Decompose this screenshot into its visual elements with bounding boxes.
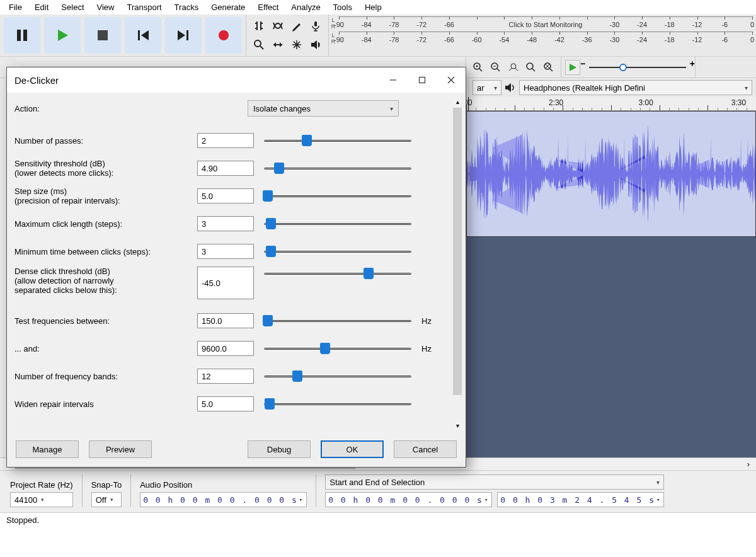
stop-button[interactable]: [84, 17, 121, 54]
play-button[interactable]: [44, 17, 81, 54]
selection-end-field[interactable]: 0 0 h 0 3 m 2 4 . 5 4 5 s ▾: [497, 492, 664, 507]
zoom-out-button[interactable]: [488, 59, 504, 76]
scroll-down-icon[interactable]: ▾: [452, 420, 463, 430]
zoom-buttons: [466, 57, 561, 78]
param-slider[interactable]: [260, 217, 415, 231]
time-ruler[interactable]: 002:303:003:30: [466, 97, 756, 111]
menu-effect[interactable]: Effect: [251, 1, 285, 13]
param-label: Sensitivity threshold (dB) (lower detect…: [14, 159, 191, 178]
param-slider[interactable]: [260, 369, 415, 383]
svg-line-17: [479, 69, 482, 71]
param-slider[interactable]: [260, 397, 415, 411]
param-slider[interactable]: [260, 134, 415, 147]
scroll-right-icon[interactable]: ›: [743, 459, 753, 469]
maximize-button[interactable]: [408, 67, 437, 93]
plus-icon: +: [690, 59, 695, 69]
zoom-in-button[interactable]: [470, 59, 486, 76]
project-rate-label: Project Rate (Hz): [10, 480, 73, 490]
menu-analyze[interactable]: Analyze: [285, 1, 326, 13]
play-at-speed-group: − +: [561, 57, 696, 78]
minus-icon: −: [580, 59, 585, 69]
menu-select[interactable]: Select: [55, 1, 90, 13]
param-input[interactable]: [197, 188, 254, 204]
selection-start-field[interactable]: 0 0 h 0 0 m 0 0 . 0 0 0 s ▾: [325, 492, 492, 507]
record-button[interactable]: [205, 17, 242, 54]
output-device-select[interactable]: Headphones (Realtek High Defini ▾: [519, 80, 752, 95]
menu-view[interactable]: View: [91, 1, 121, 13]
cancel-button[interactable]: Cancel: [394, 440, 457, 458]
param-slider[interactable]: [260, 244, 415, 258]
svg-point-23: [511, 64, 516, 69]
zoom-toggle-button[interactable]: [541, 59, 557, 76]
param-slider[interactable]: [260, 161, 415, 175]
param-slider[interactable]: [260, 267, 415, 280]
dialog-scrollbar[interactable]: ▴ ▾: [452, 96, 463, 430]
fit-selection-button[interactable]: [505, 59, 522, 76]
dialog-titlebar[interactable]: De-Clicker: [7, 67, 466, 93]
minimize-button[interactable]: [379, 67, 408, 93]
param-input[interactable]: [197, 244, 254, 259]
svg-rect-37: [420, 78, 425, 83]
selection-tool[interactable]: [250, 17, 268, 35]
svg-marker-33: [505, 83, 511, 92]
manage-button[interactable]: Manage: [16, 440, 79, 458]
close-button[interactable]: [437, 67, 466, 93]
param-input[interactable]: [197, 369, 254, 384]
waveform[interactable]: [467, 112, 755, 236]
selection-mode-select[interactable]: Start and End of Selection ▾: [325, 474, 664, 490]
param-slider[interactable]: [260, 342, 415, 355]
param-slider[interactable]: [260, 314, 415, 328]
project-rate-select[interactable]: 44100 ▾: [10, 492, 73, 507]
menu-tracks[interactable]: Tracks: [168, 1, 205, 13]
menu-transport[interactable]: Transport: [120, 1, 168, 13]
param-input[interactable]: [197, 161, 254, 176]
debug-button[interactable]: Debug: [248, 440, 311, 458]
draw-tool[interactable]: [288, 17, 306, 35]
param-input[interactable]: [197, 133, 254, 148]
param-label: Test frequencies between:: [14, 316, 191, 326]
param-slider[interactable]: [260, 189, 415, 203]
param-input[interactable]: [197, 341, 254, 356]
action-select[interactable]: Isolate changes ▾: [248, 100, 399, 117]
playback-meter[interactable]: LR -90-84-78-72-66-60-54-48-42-36-30-24-…: [330, 31, 752, 46]
skip-end-button[interactable]: [165, 17, 202, 54]
param-input[interactable]: [197, 267, 254, 299]
menu-generate[interactable]: Generate: [205, 1, 251, 13]
zoom-tool[interactable]: [250, 36, 268, 54]
mic-icon[interactable]: [307, 17, 324, 35]
menu-file[interactable]: File: [3, 1, 28, 13]
monitoring-text[interactable]: Click to Start Monitoring: [507, 21, 585, 28]
fit-project-button[interactable]: [523, 59, 539, 76]
status-bar: Stopped.: [0, 512, 756, 527]
menu-edit[interactable]: Edit: [28, 1, 55, 13]
svg-rect-4: [138, 30, 140, 40]
selection-end-value: 0 0 h 0 3 m 2 4 . 5 4 5 s: [500, 495, 655, 505]
preview-button[interactable]: Preview: [89, 440, 152, 458]
tool-buttons: [246, 14, 329, 56]
playback-speed-slider[interactable]: − +: [584, 61, 691, 74]
audio-position-field[interactable]: 0 0 h 0 0 m 0 0 . 0 0 0 s ▾: [140, 492, 307, 507]
param-input[interactable]: [197, 396, 254, 411]
timeshift-tool[interactable]: [269, 36, 287, 54]
envelope-tool[interactable]: [269, 17, 287, 35]
param-input[interactable]: [197, 216, 254, 231]
param-input[interactable]: [197, 313, 254, 328]
input-device-select[interactable]: ar ▾: [472, 80, 501, 95]
menu-help[interactable]: Help: [358, 1, 388, 13]
pause-button[interactable]: [4, 17, 40, 54]
chevron-down-icon: ▾: [41, 497, 44, 503]
param-row-5: Dense click threshold (dB) (allow detect…: [14, 267, 447, 306]
speaker-icon[interactable]: [307, 36, 324, 54]
tracks-area[interactable]: [466, 111, 756, 376]
multi-tool[interactable]: [288, 36, 306, 54]
skip-start-button[interactable]: [125, 17, 161, 54]
transport-buttons: [0, 14, 246, 56]
action-value: Isolate changes: [253, 104, 311, 113]
menu-tools[interactable]: Tools: [327, 1, 358, 13]
record-meter[interactable]: LR -90-84-78-72-66-30-24-18-12-60Click t…: [330, 16, 752, 31]
ok-button[interactable]: OK: [321, 440, 384, 458]
snap-to-select[interactable]: Off ▾: [91, 492, 122, 507]
svg-line-24: [509, 68, 512, 71]
scroll-up-icon[interactable]: ▴: [452, 96, 463, 106]
play-at-speed-button[interactable]: [565, 60, 580, 75]
